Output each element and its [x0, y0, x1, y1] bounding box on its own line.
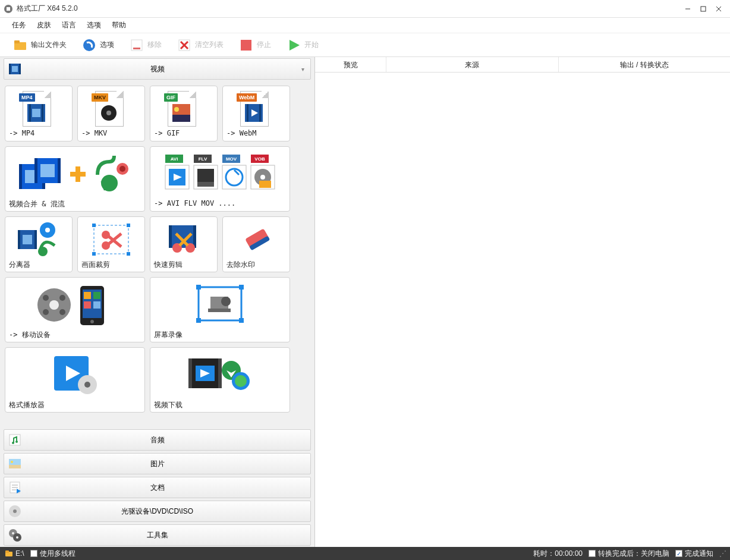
col-source[interactable]: 来源	[386, 57, 559, 72]
audio-section-icon	[8, 433, 22, 447]
tile-splitter[interactable]: 分离器	[5, 216, 73, 272]
stop-button[interactable]: 停止	[237, 36, 273, 54]
menu-language[interactable]: 语言	[62, 20, 76, 30]
svg-rect-3	[701, 7, 706, 11]
splitter-icon	[17, 222, 61, 257]
svg-rect-1	[7, 7, 10, 11]
svg-rect-109	[239, 318, 244, 323]
svg-point-94	[43, 295, 49, 301]
output-folder-button[interactable]: 输出文件夹	[11, 36, 69, 54]
tile-merge-mux[interactable]: 视频合并 & 混流	[5, 146, 145, 212]
tile-to-webm[interactable]: WebM -> WebM	[222, 86, 290, 141]
titlebar: 格式工厂 X64 5.2.0	[0, 0, 730, 18]
crop-icon	[90, 222, 132, 257]
status-multithread-label: 使用多线程	[40, 549, 75, 559]
svg-rect-78	[127, 252, 130, 256]
status-notify-label: 完成通知	[685, 549, 713, 559]
svg-rect-129	[9, 465, 21, 468]
status-multithread[interactable]: 使用多线程	[30, 549, 75, 559]
svg-point-97	[59, 309, 65, 315]
multi-format-icon: AVI FLV MOV VOB	[161, 152, 279, 196]
accordion-document-label: 文档	[150, 483, 165, 493]
tile-remove-watermark[interactable]: 去除水印	[222, 216, 290, 272]
left-panel: 视频 ▾ MP4 -> MP4 MKV -> MKV GIF -> GIF	[0, 57, 315, 547]
status-after-value: 关闭电脑	[641, 549, 669, 559]
minimize-button[interactable]	[680, 3, 696, 15]
svg-point-130	[11, 461, 13, 463]
svg-point-127	[15, 441, 18, 443]
options-button[interactable]: 选项	[80, 36, 117, 54]
screen-record-icon	[190, 281, 250, 329]
tile-label: 画面裁剪	[81, 260, 141, 270]
tile-label: -> 移动设备	[9, 330, 141, 341]
accordion-rom[interactable]: 光驱设备\DVD\CD\ISO	[4, 501, 311, 522]
accordion-rom-label: 光驱设备\DVD\CD\ISO	[121, 506, 193, 517]
accordion-tools[interactable]: 工具集	[4, 524, 311, 546]
svg-rect-108	[196, 318, 201, 323]
main-area: 视频 ▾ MP4 -> MP4 MKV -> MKV GIF -> GIF	[0, 57, 730, 547]
remove-icon	[130, 38, 144, 52]
menu-options[interactable]: 选项	[87, 20, 101, 30]
svg-point-140	[12, 532, 14, 534]
output-folder-label: 输出文件夹	[31, 40, 67, 50]
tile-to-mobile[interactable]: -> 移动设备	[5, 277, 145, 342]
accordion-audio[interactable]: 音频	[4, 429, 311, 451]
tile-label: 视频下载	[154, 400, 286, 411]
tile-label: 分离器	[9, 260, 68, 270]
clear-list-button[interactable]: 清空列表	[175, 36, 226, 54]
maximize-button[interactable]	[696, 3, 711, 15]
menu-help[interactable]: 帮助	[112, 20, 126, 30]
tile-quick-cut[interactable]: 快速剪辑	[150, 216, 218, 272]
accordion-audio-label: 音频	[150, 435, 165, 445]
svg-rect-39	[58, 158, 61, 183]
start-button[interactable]: 开始	[284, 36, 321, 54]
svg-rect-76	[127, 224, 130, 227]
svg-rect-21	[29, 104, 31, 122]
status-drive[interactable]: E:\	[5, 549, 24, 558]
menu-task[interactable]: 任务	[12, 20, 26, 30]
svg-rect-112	[208, 309, 231, 312]
svg-rect-40	[40, 164, 55, 177]
accordion-video[interactable]: 视频 ▾	[4, 58, 311, 80]
svg-rect-27	[172, 115, 190, 122]
tile-to-mp4[interactable]: MP4 -> MP4	[5, 86, 73, 141]
tile-label: 快速剪辑	[154, 260, 213, 270]
right-panel: 预览 来源 输出 / 转换状态	[315, 57, 730, 547]
resize-grip-icon[interactable]: ⋰	[719, 549, 725, 558]
svg-point-126	[12, 442, 14, 444]
tile-screen-record[interactable]: 屏幕录像	[150, 277, 290, 342]
svg-rect-59	[197, 169, 214, 182]
svg-rect-84	[169, 225, 172, 248]
svg-rect-19	[12, 66, 18, 72]
accordion-picture[interactable]: 图片	[4, 453, 311, 474]
tile-to-mkv[interactable]: MKV -> MKV	[77, 86, 145, 141]
svg-rect-101	[93, 292, 100, 299]
video-tile-grid: MP4 -> MP4 MKV -> MKV GIF -> GIF WebM ->…	[0, 81, 314, 428]
svg-point-116	[84, 382, 90, 388]
tile-to-gif[interactable]: GIF -> GIF	[150, 86, 218, 141]
tile-to-avi-flv-mov[interactable]: AVI FLV MOV VOB	[150, 146, 290, 212]
tile-label: -> WebM	[226, 129, 286, 140]
status-drive-label: E:\	[15, 549, 24, 558]
toolbar: 输出文件夹 选项 移除 清空列表 停止 开始	[0, 33, 730, 57]
status-notify[interactable]: ✓ 完成通知	[675, 549, 713, 559]
remove-button[interactable]: 移除	[127, 36, 164, 54]
tile-label: -> MP4	[9, 129, 68, 140]
svg-text:MOV: MOV	[226, 156, 237, 162]
accordion-document[interactable]: 文档	[4, 477, 311, 498]
col-preview[interactable]: 预览	[315, 57, 386, 72]
quickcut-icon	[163, 222, 204, 257]
mobile-device-icon	[30, 281, 119, 329]
tile-video-download[interactable]: 视频下载	[150, 347, 290, 413]
svg-text:FLV: FLV	[199, 156, 207, 162]
close-button[interactable]	[711, 3, 726, 15]
tile-format-player[interactable]: 格式播放器	[5, 347, 145, 413]
rom-section-icon	[8, 504, 22, 518]
svg-rect-100	[84, 292, 91, 299]
col-output[interactable]: 输出 / 转换状态	[559, 57, 731, 72]
svg-point-104	[90, 320, 94, 323]
menu-skin[interactable]: 皮肤	[37, 20, 51, 30]
tile-crop[interactable]: 画面裁剪	[77, 216, 145, 272]
tile-label: 格式播放器	[9, 400, 141, 411]
status-after-conversion[interactable]: 转换完成后： 关闭电脑	[589, 549, 669, 559]
